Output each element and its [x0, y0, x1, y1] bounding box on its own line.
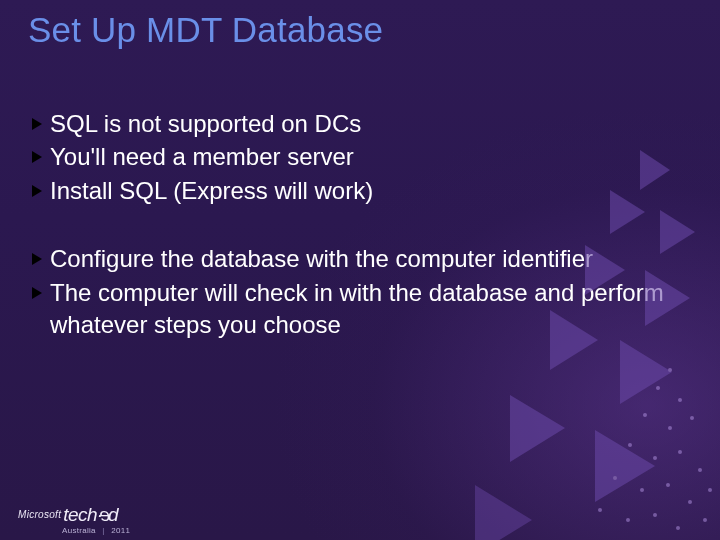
svg-point-17: [653, 456, 657, 460]
svg-point-11: [656, 386, 660, 390]
triangle-bullet-icon: [32, 287, 42, 299]
footer-region: Australia: [62, 526, 96, 535]
footer-subtext: Australia | 2011: [62, 526, 130, 535]
svg-point-28: [703, 518, 707, 522]
svg-marker-9: [475, 485, 532, 540]
svg-point-23: [688, 500, 692, 504]
svg-point-29: [708, 488, 712, 492]
triangle-bullet-icon: [32, 118, 42, 130]
bullet-text: Configure the database with the computer…: [50, 243, 680, 275]
brand-main: tech·ed: [63, 504, 118, 526]
bullet-text: Install SQL (Express will work): [50, 175, 680, 207]
svg-point-21: [640, 488, 644, 492]
bullet-group: Configure the database with the computer…: [30, 243, 680, 341]
svg-point-10: [668, 368, 672, 372]
svg-point-15: [690, 416, 694, 420]
bullet-group: SQL is not supported on DCs You'll need …: [30, 108, 680, 207]
footer-year: 2011: [111, 526, 130, 535]
list-item: You'll need a member server: [30, 141, 680, 173]
slide-content: SQL is not supported on DCs You'll need …: [30, 108, 680, 342]
list-item: The computer will check in with the data…: [30, 277, 680, 342]
bullet-text: The computer will check in with the data…: [50, 277, 680, 342]
brand-flip-char: e: [100, 504, 110, 526]
footer-logo: Microsoft tech·ed: [18, 504, 118, 526]
slide: Set Up MDT Database SQL is not supported…: [0, 0, 720, 540]
svg-point-19: [698, 468, 702, 472]
list-item: Install SQL (Express will work): [30, 175, 680, 207]
svg-point-16: [628, 443, 632, 447]
svg-marker-7: [510, 395, 565, 462]
svg-marker-6: [620, 340, 672, 404]
slide-title: Set Up MDT Database: [28, 10, 383, 50]
svg-point-12: [678, 398, 682, 402]
svg-point-13: [643, 413, 647, 417]
svg-point-25: [626, 518, 630, 522]
bullet-text: You'll need a member server: [50, 141, 680, 173]
svg-point-24: [598, 508, 602, 512]
svg-point-26: [653, 513, 657, 517]
list-item: SQL is not supported on DCs: [30, 108, 680, 140]
svg-point-27: [676, 526, 680, 530]
svg-marker-8: [595, 430, 655, 502]
svg-point-22: [666, 483, 670, 487]
triangle-bullet-icon: [32, 253, 42, 265]
list-item: Configure the database with the computer…: [30, 243, 680, 275]
svg-point-20: [613, 476, 617, 480]
svg-point-14: [668, 426, 672, 430]
brand-prefix: Microsoft: [18, 509, 61, 520]
triangle-bullet-icon: [32, 151, 42, 163]
svg-point-18: [678, 450, 682, 454]
triangle-bullet-icon: [32, 185, 42, 197]
divider-icon: |: [102, 526, 104, 535]
brand-main-text: tech·: [63, 504, 102, 525]
bullet-text: SQL is not supported on DCs: [50, 108, 680, 140]
